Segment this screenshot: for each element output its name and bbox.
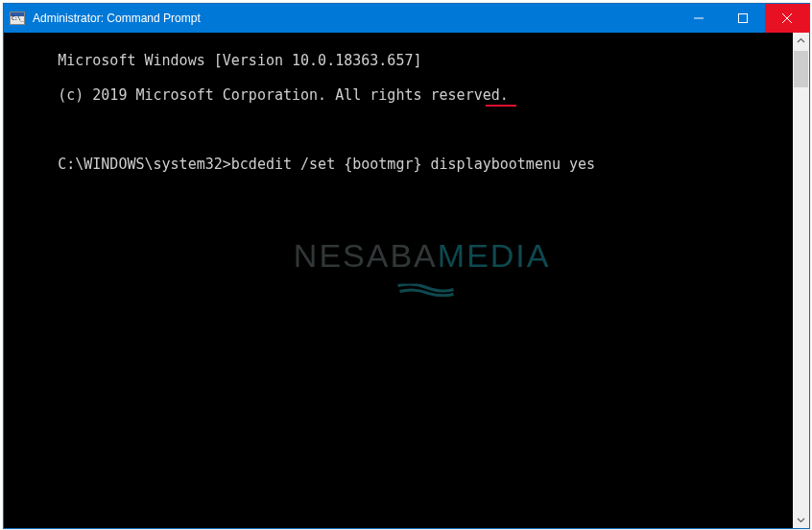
minimize-button[interactable]: [677, 4, 721, 33]
prompt-line: C:\WINDOWS\system32>bcdedit /set {bootmg…: [58, 156, 595, 173]
annotation-underline: [486, 105, 516, 107]
scroll-down-button[interactable]: [793, 512, 809, 528]
prompt-path: C:\WINDOWS\system32>: [58, 156, 231, 173]
cmd-icon: [10, 12, 25, 25]
scroll-track[interactable]: [793, 49, 809, 512]
svg-rect-1: [739, 14, 748, 23]
scroll-thumb[interactable]: [794, 51, 808, 87]
client-area: Microsoft Windows [Version 10.0.18363.65…: [4, 33, 809, 528]
close-icon: [782, 13, 792, 23]
maximize-button[interactable]: [721, 4, 765, 33]
watermark: NESABAMEDIA: [247, 229, 551, 332]
watermark-text-1: NESABA: [294, 237, 438, 274]
close-button[interactable]: [765, 4, 809, 33]
command-prompt-window: Administrator: Command Prompt Microsoft …: [3, 3, 810, 529]
chevron-down-icon: [797, 516, 805, 524]
command-text: bcdedit /set {bootmgr} displaybootmenu y…: [231, 156, 595, 173]
svg-rect-0: [694, 18, 704, 19]
scroll-up-button[interactable]: [793, 33, 809, 49]
app-icon: [4, 4, 31, 33]
window-title: Administrator: Command Prompt: [31, 4, 201, 33]
watermark-waves-icon: [247, 284, 551, 298]
terminal-output[interactable]: Microsoft Windows [Version 10.0.18363.65…: [4, 33, 793, 528]
chevron-up-icon: [797, 36, 805, 45]
titlebar[interactable]: Administrator: Command Prompt: [4, 4, 809, 33]
watermark-text-2: MEDIA: [438, 237, 551, 274]
minimize-icon: [694, 13, 704, 23]
output-line-copyright: (c) 2019 Microsoft Corporation. All righ…: [58, 86, 509, 104]
vertical-scrollbar[interactable]: [793, 33, 809, 528]
maximize-icon: [738, 13, 748, 23]
output-line-version: Microsoft Windows [Version 10.0.18363.65…: [58, 52, 421, 69]
